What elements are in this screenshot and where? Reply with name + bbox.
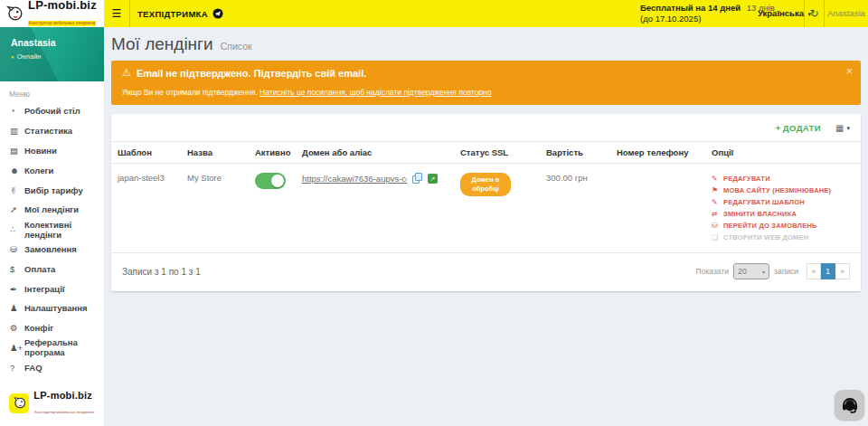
- sidebar-item-collective-landings[interactable]: ∴ Колективні лендінги: [0, 220, 104, 240]
- sidebar-user-name: Anastasia: [0, 27, 104, 48]
- option-change-owner[interactable]: ⇄ ЗМІНИТИ ВЛАСНИКА: [712, 208, 857, 220]
- col-domain: Домен або аліас: [298, 142, 457, 164]
- referral-icon: ♟+: [10, 343, 24, 353]
- add-button[interactable]: + ДОДАТИ: [776, 123, 821, 133]
- landings-card: + ДОДАТИ ▦ ▾ Шаблон Назва Активно Домен …: [111, 114, 861, 291]
- menu-toggle-icon[interactable]: ☰: [104, 0, 130, 27]
- table-header-row: Шаблон Назва Активно Домен або аліас Ста…: [111, 142, 861, 164]
- sidebar-item-label: Налаштування: [24, 303, 88, 313]
- sidebar-item-tariff[interactable]: ✌ Вибір тарифу: [0, 180, 104, 200]
- option-edit[interactable]: ✎ РЕДАГУВАТИ: [712, 173, 857, 185]
- sidebar-item-settings[interactable]: ♟ Налаштування: [0, 298, 104, 318]
- cell-name: My Store: [184, 164, 251, 253]
- sidebar-item-label: Робочий стіл: [24, 106, 80, 116]
- prev-page-button[interactable]: «: [807, 263, 821, 279]
- banner-title: Email не підтверджено. Підтвердіть свій …: [137, 68, 366, 79]
- page-size-select[interactable]: 20 ▾: [733, 263, 769, 279]
- next-page-button[interactable]: »: [835, 263, 850, 279]
- option-label: РЕДАГУВАТИ ШАБЛОН: [723, 196, 805, 208]
- cell-options: ✎ РЕДАГУВАТИ ⚑ МОВА САЙТУ (НЕЗМІНЮВАНЕ) …: [708, 164, 861, 253]
- sidebar-item-dashboard[interactable]: ◔ Робочий стіл: [0, 101, 104, 121]
- warning-icon: ⚠: [122, 67, 131, 79]
- open-in-new-icon[interactable]: ↗: [428, 174, 438, 184]
- show-label: Показати: [696, 267, 729, 276]
- refresh-icon[interactable]: ↻: [804, 0, 825, 27]
- close-icon[interactable]: ×: [846, 65, 853, 78]
- headset-icon: [840, 395, 860, 415]
- plus-icon: +: [776, 123, 781, 133]
- cell-active: [251, 164, 298, 253]
- sidebar-item-config[interactable]: ⚙ Конфіг: [0, 318, 104, 338]
- support-label: ТЕХПІДТРИМКА: [137, 9, 208, 19]
- brand-logo[interactable]: LP-mobi.biz Конструктор мобильных лендин…: [0, 0, 104, 27]
- domain-link[interactable]: https://cakawi7636-aupvs-com-42: [302, 174, 407, 184]
- sidebar-item-label: Оплата: [24, 264, 55, 274]
- online-status-label: Онлайн: [17, 52, 42, 61]
- card-toolbar: + ДОДАТИ ▦ ▾: [111, 114, 861, 141]
- sidebar-item-label: Колеги: [24, 166, 53, 175]
- collective-landings-icon: ∴: [10, 224, 24, 234]
- records-info: Записи з 1 по 1 з 1: [122, 267, 201, 277]
- sidebar-item-referral[interactable]: ♟+ Реферальна програма: [0, 338, 104, 358]
- orders-cart-icon: ⛁: [10, 244, 24, 254]
- add-button-label: ДОДАТИ: [783, 123, 821, 133]
- option-go-to-orders[interactable]: ⛁ ПЕРЕЙТИ ДО ЗАМОВЛЕНЬ: [712, 220, 857, 232]
- trial-until-date: (до 17.10.2025): [640, 14, 775, 24]
- sidebar-item-colleagues[interactable]: ☻ Колеги: [0, 160, 104, 180]
- sidebar-item-label: Колективні лендінги: [24, 220, 104, 240]
- toggle-knob: [271, 175, 284, 187]
- sidebar-item-label: Статистика: [24, 126, 72, 136]
- option-label: МОВА САЙТУ (НЕЗМІНЮВАНЕ): [723, 185, 831, 196]
- sidebar-item-label: Реферальна програма: [24, 337, 104, 357]
- columns-dropdown-button[interactable]: ▦ ▾: [835, 123, 850, 133]
- brand-text: LP-mobi.biz Конструктор мобильных лендин…: [28, 0, 97, 28]
- option-label: ЗМІНИТИ ВЛАСНИКА: [723, 208, 797, 220]
- banner-text-plain: Якщо Ви не отримали підтвердження.: [122, 88, 259, 97]
- cell-template: japan-steel3: [111, 164, 184, 253]
- page-1-button[interactable]: 1: [821, 263, 835, 279]
- online-dot-icon: ●: [11, 54, 14, 60]
- col-ssl-status: Статус SSL: [457, 142, 542, 164]
- col-phone: Номер телефону: [613, 142, 708, 164]
- option-site-language[interactable]: ⚑ МОВА САЙТУ (НЕЗМІНЮВАНЕ): [712, 185, 857, 196]
- change-owner-icon: ⇄: [712, 208, 721, 220]
- option-label: РЕДАГУВАТИ: [723, 173, 770, 185]
- brand-name: LP-mobi.biz: [28, 0, 97, 12]
- sidebar-item-news[interactable]: ▤ Новини: [0, 141, 104, 161]
- sidebar-item-integrations[interactable]: ✒ Інтеграції: [0, 279, 104, 298]
- page-buttons: « 1 »: [807, 263, 850, 279]
- edit-template-icon: ✎: [712, 196, 721, 208]
- sidebar-item-orders[interactable]: ⛁ Замовлення: [0, 240, 104, 260]
- brand-name: LP-mobi.biz: [33, 390, 94, 401]
- col-template: Шаблон: [111, 142, 184, 164]
- sidebar-item-my-landings[interactable]: ➚ Мої лендінги: [0, 200, 104, 220]
- sidebar-item-payment[interactable]: $ Оплата: [0, 259, 104, 279]
- faq-icon: ?: [10, 363, 24, 373]
- brand-tagline: Конструктор мобильных лендингов: [33, 410, 94, 415]
- menu-section-label: Меню: [0, 81, 104, 101]
- sidebar-item-label: Вибір тарифу: [24, 185, 83, 195]
- copy-icon[interactable]: [412, 173, 422, 184]
- banner-title-row: ⚠ Email не підтверджено. Підтвердіть сві…: [122, 67, 839, 79]
- top-bar: LP-mobi.biz Конструктор мобильных лендин…: [0, 0, 868, 27]
- active-toggle[interactable]: [255, 173, 286, 189]
- sidebar-brand-logo[interactable]: LP-mobi.biz Конструктор мобильных лендин…: [0, 383, 104, 423]
- sidebar-item-faq[interactable]: ? FAQ: [0, 357, 104, 377]
- tariff-icon: ✌: [10, 185, 24, 195]
- support-button[interactable]: ТЕХПІДТРИМКА: [137, 0, 223, 27]
- support-chat-widget[interactable]: [835, 390, 864, 420]
- main-content: Мої лендінги Список ⚠ Email не підтвердж…: [104, 27, 868, 426]
- stats-icon: ▥: [10, 126, 24, 136]
- my-landings-icon: ➚: [10, 204, 24, 214]
- pagination: Показати 20 ▾ записи « 1 »: [696, 263, 850, 279]
- option-edit-template[interactable]: ✎ РЕДАГУВАТИ ШАБЛОН: [712, 196, 857, 208]
- page-header: Мої лендінги Список: [104, 27, 868, 61]
- news-icon: ▤: [10, 146, 24, 156]
- cell-price: 300.00 грн: [542, 164, 613, 253]
- option-create-web-domain: ❏ СТВОРИТИ WEB ДОМЕН: [712, 232, 857, 243]
- sidebar-item-statistics[interactable]: ▥ Статистика: [0, 121, 104, 141]
- user-menu[interactable]: Anastasia: [825, 0, 868, 27]
- table-row: japan-steel3 My Store https://cakawi7636…: [111, 164, 861, 253]
- resend-confirmation-link[interactable]: Натисніть це посилання, щоб надіслати пі…: [259, 88, 491, 97]
- option-label: СТВОРИТИ WEB ДОМЕН: [723, 232, 808, 243]
